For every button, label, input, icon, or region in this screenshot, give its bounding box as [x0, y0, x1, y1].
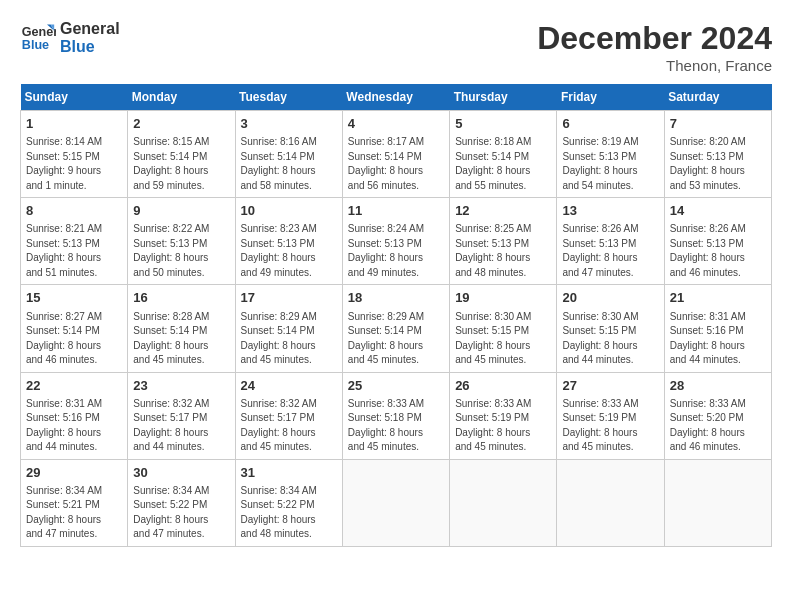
title-area: December 2024 Thenon, France	[537, 20, 772, 74]
day-info: Sunrise: 8:34 AM Sunset: 5:21 PM Dayligh…	[26, 484, 122, 542]
day-number: 20	[562, 289, 658, 307]
calendar-cell: 13Sunrise: 8:26 AM Sunset: 5:13 PM Dayli…	[557, 198, 664, 285]
calendar-cell: 16Sunrise: 8:28 AM Sunset: 5:14 PM Dayli…	[128, 285, 235, 372]
day-number: 18	[348, 289, 444, 307]
day-number: 8	[26, 202, 122, 220]
day-info: Sunrise: 8:30 AM Sunset: 5:15 PM Dayligh…	[562, 310, 658, 368]
day-number: 10	[241, 202, 337, 220]
day-info: Sunrise: 8:34 AM Sunset: 5:22 PM Dayligh…	[133, 484, 229, 542]
calendar-cell: 8Sunrise: 8:21 AM Sunset: 5:13 PM Daylig…	[21, 198, 128, 285]
day-info: Sunrise: 8:34 AM Sunset: 5:22 PM Dayligh…	[241, 484, 337, 542]
day-number: 6	[562, 115, 658, 133]
calendar-week-1: 1Sunrise: 8:14 AM Sunset: 5:15 PM Daylig…	[21, 111, 772, 198]
page-header: General Blue General Blue December 2024 …	[20, 20, 772, 74]
calendar-cell: 11Sunrise: 8:24 AM Sunset: 5:13 PM Dayli…	[342, 198, 449, 285]
day-info: Sunrise: 8:25 AM Sunset: 5:13 PM Dayligh…	[455, 222, 551, 280]
day-number: 11	[348, 202, 444, 220]
calendar-cell: 18Sunrise: 8:29 AM Sunset: 5:14 PM Dayli…	[342, 285, 449, 372]
day-info: Sunrise: 8:33 AM Sunset: 5:19 PM Dayligh…	[562, 397, 658, 455]
calendar-header-row: SundayMondayTuesdayWednesdayThursdayFrid…	[21, 84, 772, 111]
calendar-cell: 12Sunrise: 8:25 AM Sunset: 5:13 PM Dayli…	[450, 198, 557, 285]
day-number: 23	[133, 377, 229, 395]
calendar-cell: 31Sunrise: 8:34 AM Sunset: 5:22 PM Dayli…	[235, 459, 342, 546]
day-number: 29	[26, 464, 122, 482]
calendar-week-5: 29Sunrise: 8:34 AM Sunset: 5:21 PM Dayli…	[21, 459, 772, 546]
calendar-cell: 29Sunrise: 8:34 AM Sunset: 5:21 PM Dayli…	[21, 459, 128, 546]
day-info: Sunrise: 8:31 AM Sunset: 5:16 PM Dayligh…	[26, 397, 122, 455]
calendar-cell: 27Sunrise: 8:33 AM Sunset: 5:19 PM Dayli…	[557, 372, 664, 459]
day-number: 5	[455, 115, 551, 133]
logo-icon: General Blue	[20, 20, 56, 56]
day-info: Sunrise: 8:33 AM Sunset: 5:20 PM Dayligh…	[670, 397, 766, 455]
day-number: 31	[241, 464, 337, 482]
day-info: Sunrise: 8:27 AM Sunset: 5:14 PM Dayligh…	[26, 310, 122, 368]
day-info: Sunrise: 8:26 AM Sunset: 5:13 PM Dayligh…	[562, 222, 658, 280]
calendar-cell: 20Sunrise: 8:30 AM Sunset: 5:15 PM Dayli…	[557, 285, 664, 372]
day-info: Sunrise: 8:31 AM Sunset: 5:16 PM Dayligh…	[670, 310, 766, 368]
day-number: 3	[241, 115, 337, 133]
calendar-cell: 25Sunrise: 8:33 AM Sunset: 5:18 PM Dayli…	[342, 372, 449, 459]
calendar-cell: 2Sunrise: 8:15 AM Sunset: 5:14 PM Daylig…	[128, 111, 235, 198]
day-info: Sunrise: 8:14 AM Sunset: 5:15 PM Dayligh…	[26, 135, 122, 193]
day-number: 7	[670, 115, 766, 133]
calendar-cell: 6Sunrise: 8:19 AM Sunset: 5:13 PM Daylig…	[557, 111, 664, 198]
calendar-cell: 3Sunrise: 8:16 AM Sunset: 5:14 PM Daylig…	[235, 111, 342, 198]
day-number: 22	[26, 377, 122, 395]
day-number: 19	[455, 289, 551, 307]
calendar-cell: 30Sunrise: 8:34 AM Sunset: 5:22 PM Dayli…	[128, 459, 235, 546]
day-info: Sunrise: 8:30 AM Sunset: 5:15 PM Dayligh…	[455, 310, 551, 368]
calendar-week-3: 15Sunrise: 8:27 AM Sunset: 5:14 PM Dayli…	[21, 285, 772, 372]
calendar-cell: 4Sunrise: 8:17 AM Sunset: 5:14 PM Daylig…	[342, 111, 449, 198]
calendar-cell: 1Sunrise: 8:14 AM Sunset: 5:15 PM Daylig…	[21, 111, 128, 198]
day-info: Sunrise: 8:26 AM Sunset: 5:13 PM Dayligh…	[670, 222, 766, 280]
day-info: Sunrise: 8:29 AM Sunset: 5:14 PM Dayligh…	[348, 310, 444, 368]
calendar-week-4: 22Sunrise: 8:31 AM Sunset: 5:16 PM Dayli…	[21, 372, 772, 459]
day-number: 2	[133, 115, 229, 133]
col-header-wednesday: Wednesday	[342, 84, 449, 111]
day-info: Sunrise: 8:23 AM Sunset: 5:13 PM Dayligh…	[241, 222, 337, 280]
calendar-cell	[450, 459, 557, 546]
day-number: 17	[241, 289, 337, 307]
calendar-cell: 19Sunrise: 8:30 AM Sunset: 5:15 PM Dayli…	[450, 285, 557, 372]
calendar-cell: 17Sunrise: 8:29 AM Sunset: 5:14 PM Dayli…	[235, 285, 342, 372]
calendar-cell: 21Sunrise: 8:31 AM Sunset: 5:16 PM Dayli…	[664, 285, 771, 372]
calendar-cell	[557, 459, 664, 546]
day-number: 1	[26, 115, 122, 133]
day-number: 14	[670, 202, 766, 220]
month-title: December 2024	[537, 20, 772, 57]
calendar-cell: 26Sunrise: 8:33 AM Sunset: 5:19 PM Dayli…	[450, 372, 557, 459]
day-info: Sunrise: 8:19 AM Sunset: 5:13 PM Dayligh…	[562, 135, 658, 193]
day-info: Sunrise: 8:20 AM Sunset: 5:13 PM Dayligh…	[670, 135, 766, 193]
day-number: 9	[133, 202, 229, 220]
day-info: Sunrise: 8:17 AM Sunset: 5:14 PM Dayligh…	[348, 135, 444, 193]
calendar-cell: 15Sunrise: 8:27 AM Sunset: 5:14 PM Dayli…	[21, 285, 128, 372]
day-number: 25	[348, 377, 444, 395]
day-number: 27	[562, 377, 658, 395]
day-number: 15	[26, 289, 122, 307]
calendar-cell: 10Sunrise: 8:23 AM Sunset: 5:13 PM Dayli…	[235, 198, 342, 285]
calendar-cell: 5Sunrise: 8:18 AM Sunset: 5:14 PM Daylig…	[450, 111, 557, 198]
calendar-cell: 24Sunrise: 8:32 AM Sunset: 5:17 PM Dayli…	[235, 372, 342, 459]
logo-blue: Blue	[60, 38, 120, 56]
col-header-friday: Friday	[557, 84, 664, 111]
calendar-cell	[342, 459, 449, 546]
day-info: Sunrise: 8:18 AM Sunset: 5:14 PM Dayligh…	[455, 135, 551, 193]
calendar-cell: 9Sunrise: 8:22 AM Sunset: 5:13 PM Daylig…	[128, 198, 235, 285]
calendar-cell	[664, 459, 771, 546]
day-number: 13	[562, 202, 658, 220]
day-number: 24	[241, 377, 337, 395]
calendar-cell: 28Sunrise: 8:33 AM Sunset: 5:20 PM Dayli…	[664, 372, 771, 459]
day-number: 4	[348, 115, 444, 133]
day-info: Sunrise: 8:33 AM Sunset: 5:19 PM Dayligh…	[455, 397, 551, 455]
day-number: 28	[670, 377, 766, 395]
svg-text:Blue: Blue	[22, 38, 49, 52]
day-number: 16	[133, 289, 229, 307]
day-info: Sunrise: 8:32 AM Sunset: 5:17 PM Dayligh…	[241, 397, 337, 455]
day-info: Sunrise: 8:16 AM Sunset: 5:14 PM Dayligh…	[241, 135, 337, 193]
calendar-table: SundayMondayTuesdayWednesdayThursdayFrid…	[20, 84, 772, 547]
location: Thenon, France	[537, 57, 772, 74]
day-number: 12	[455, 202, 551, 220]
calendar-cell: 7Sunrise: 8:20 AM Sunset: 5:13 PM Daylig…	[664, 111, 771, 198]
calendar-cell: 23Sunrise: 8:32 AM Sunset: 5:17 PM Dayli…	[128, 372, 235, 459]
col-header-monday: Monday	[128, 84, 235, 111]
